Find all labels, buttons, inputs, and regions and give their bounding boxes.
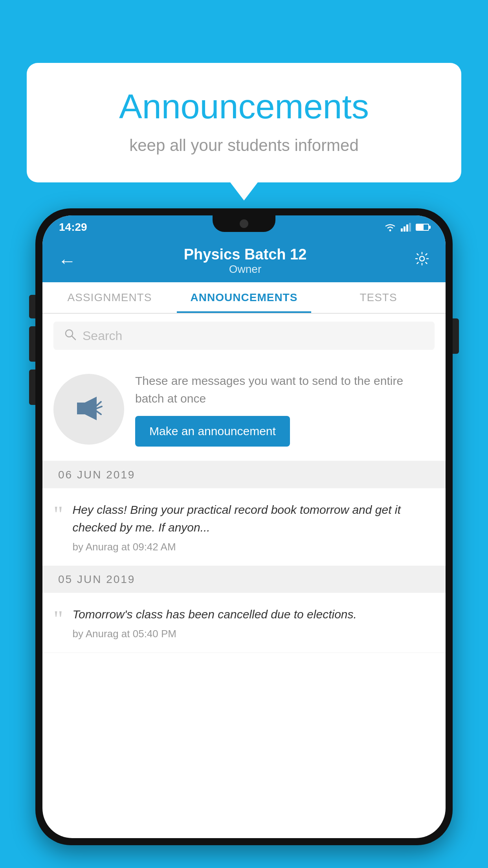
megaphone-svg — [71, 391, 106, 426]
announcement-promo: These are messages you want to send to t… — [42, 358, 446, 462]
header-title-group: Physics Batch 12 Owner — [184, 246, 307, 276]
signal-icon — [401, 223, 411, 232]
status-icons — [384, 223, 429, 232]
phone-screen: 14:29 — [42, 215, 446, 838]
promo-content: These are messages you want to send to t… — [135, 372, 435, 447]
svg-rect-3 — [406, 224, 408, 232]
power-button — [453, 318, 459, 354]
search-placeholder: Search — [83, 329, 122, 343]
volume-up-button — [29, 326, 35, 362]
phone-camera — [240, 219, 248, 228]
search-svg-icon — [64, 329, 76, 340]
svg-marker-8 — [77, 397, 97, 420]
phone-mockup: 14:29 — [35, 208, 453, 868]
announcement-item-1[interactable]: " Hey class! Bring your practical record… — [42, 488, 446, 566]
search-icon — [64, 328, 76, 344]
tab-announcements[interactable]: ANNOUNCEMENTS — [177, 282, 311, 313]
svg-rect-1 — [401, 228, 403, 232]
announcement-text-2: Tomorrow's class has been cancelled due … — [73, 605, 430, 623]
announcement-meta-1: by Anurag at 09:42 AM — [73, 541, 430, 553]
speech-bubble-section: Announcements keep all your students inf… — [27, 63, 461, 182]
phone-notch — [213, 215, 275, 232]
svg-line-9 — [97, 406, 102, 408]
announcement-content-1: Hey class! Bring your practical record b… — [73, 501, 430, 553]
tabs-bar: ASSIGNMENTS ANNOUNCEMENTS TESTS — [42, 282, 446, 314]
announcement-text-1: Hey class! Bring your practical record b… — [73, 501, 430, 536]
svg-line-7 — [72, 336, 75, 340]
svg-rect-2 — [404, 226, 405, 232]
svg-line-10 — [97, 402, 101, 406]
date-separator-2: 05 JUN 2019 — [42, 566, 446, 593]
volume-down-button — [29, 370, 35, 405]
phone-frame: 14:29 — [35, 208, 453, 845]
status-time: 14:29 — [59, 221, 87, 234]
app-header: ← Physics Batch 12 Owner — [42, 239, 446, 282]
speech-bubble-subtitle: keep all your students informed — [58, 136, 430, 155]
phone-left-buttons — [29, 295, 35, 405]
gear-icon — [414, 251, 430, 267]
speech-bubble-title: Announcements — [58, 86, 430, 127]
announcement-meta-2: by Anurag at 05:40 PM — [73, 628, 430, 640]
header-title: Physics Batch 12 — [184, 246, 307, 263]
header-subtitle: Owner — [184, 263, 307, 276]
speech-bubble-card: Announcements keep all your students inf… — [27, 63, 461, 182]
settings-button[interactable] — [414, 251, 430, 270]
tab-assignments[interactable]: ASSIGNMENTS — [42, 282, 177, 313]
promo-description: These are messages you want to send to t… — [135, 372, 435, 407]
search-bar[interactable]: Search — [53, 322, 435, 350]
svg-point-5 — [420, 256, 424, 261]
announcement-content-2: Tomorrow's class has been cancelled due … — [73, 605, 430, 640]
phone-side-buttons — [453, 318, 459, 354]
svg-point-0 — [389, 230, 391, 232]
announcement-item-2[interactable]: " Tomorrow's class has been cancelled du… — [42, 593, 446, 653]
quote-icon-1: " — [53, 502, 63, 553]
tab-tests[interactable]: TESTS — [311, 282, 446, 313]
promo-icon-circle — [53, 374, 124, 445]
wifi-icon — [384, 223, 396, 232]
date-separator-1: 06 JUN 2019 — [42, 462, 446, 488]
battery-icon — [416, 224, 429, 231]
volume-mute-button — [29, 295, 35, 318]
svg-rect-4 — [409, 223, 411, 232]
svg-line-11 — [97, 411, 101, 414]
back-button[interactable]: ← — [58, 250, 76, 271]
quote-icon-2: " — [53, 607, 63, 640]
megaphone-icon — [71, 391, 106, 428]
make-announcement-button[interactable]: Make an announcement — [135, 416, 290, 447]
search-container: Search — [42, 314, 446, 358]
